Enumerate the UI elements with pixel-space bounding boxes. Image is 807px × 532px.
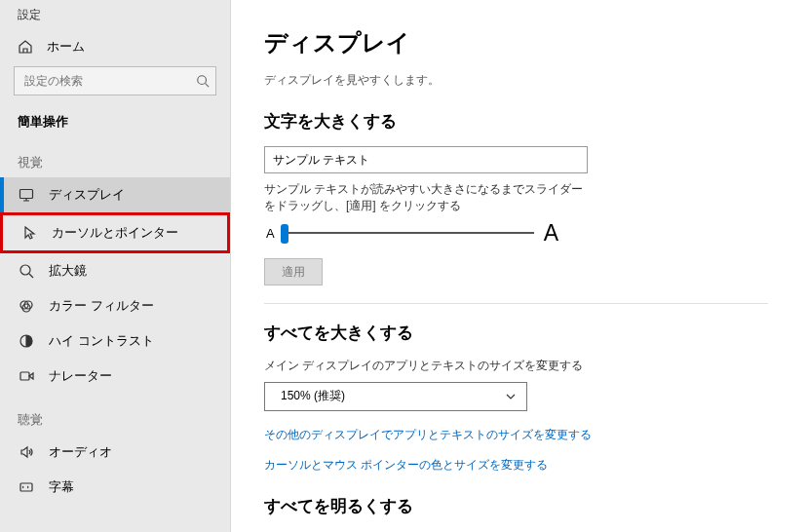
scale-heading: すべてを大きくする	[264, 322, 768, 344]
cursor-size-link[interactable]: カーソルとマウス ポインターの色とサイズを変更する	[264, 457, 768, 474]
brightness-heading: すべてを明るくする	[264, 495, 768, 517]
text-size-slider[interactable]: A A	[266, 220, 558, 247]
group-label-visual: 視覚	[0, 136, 230, 177]
sidebar-item-audio[interactable]: オーディオ	[0, 435, 230, 470]
sample-text-input[interactable]	[264, 146, 588, 173]
caption-icon	[18, 478, 35, 496]
apply-button[interactable]: 適用	[264, 258, 323, 285]
page-desc: ディスプレイを見やすくします。	[264, 72, 768, 89]
text-size-heading: 文字を大きくする	[264, 110, 768, 133]
slider-help-text: サンプル テキストが読みやすい大きさになるまでスライダーをドラッグし、[適用] …	[264, 181, 586, 214]
narrator-icon	[18, 367, 35, 385]
sidebar: 設定 ホーム 簡単操作 視覚	[0, 0, 231, 532]
sidebar-item-label: オーディオ	[49, 443, 112, 461]
svg-point-0	[198, 76, 207, 85]
main-content: ディスプレイ ディスプレイを見やすくします。 文字を大きくする サンプル テキス…	[231, 0, 807, 532]
search-box[interactable]	[14, 66, 216, 95]
sidebar-item-label: ハイ コントラスト	[49, 332, 154, 350]
svg-point-2	[20, 265, 30, 275]
sidebar-item-label: ディスプレイ	[49, 186, 125, 204]
svg-rect-1	[20, 190, 33, 199]
magnifier-icon	[18, 262, 35, 280]
highlight-box: カーソルとポインター	[0, 212, 230, 253]
page-title: ディスプレイ	[264, 27, 768, 58]
section-header: 簡単操作	[0, 103, 230, 136]
home-icon	[18, 39, 33, 55]
sidebar-item-label: ナレーター	[49, 367, 112, 385]
svg-rect-8	[20, 483, 32, 491]
slider-thumb[interactable]	[281, 224, 288, 244]
cursor-icon	[20, 224, 38, 242]
chevron-down-icon	[505, 391, 517, 402]
divider	[264, 303, 768, 304]
window-title: 設定	[0, 0, 230, 29]
sidebar-item-color-filter[interactable]: カラー フィルター	[0, 288, 230, 323]
sidebar-item-label: 字幕	[49, 478, 74, 496]
scale-label: メイン ディスプレイのアプリとテキストのサイズを変更する	[264, 358, 768, 374]
sidebar-item-label: カラー フィルター	[49, 297, 154, 315]
big-a-label: A	[544, 220, 558, 247]
small-a-label: A	[266, 226, 275, 241]
sidebar-item-label: 拡大鏡	[49, 262, 87, 280]
home-label: ホーム	[47, 38, 85, 56]
color-filter-icon	[18, 297, 35, 315]
contrast-icon	[18, 332, 35, 350]
slider-track[interactable]	[281, 232, 534, 234]
svg-rect-7	[20, 372, 29, 380]
search-icon	[196, 74, 210, 88]
scale-dropdown-value: 150% (推奨)	[281, 388, 345, 404]
sidebar-item-magnifier[interactable]: 拡大鏡	[0, 253, 230, 288]
sidebar-item-label: カーソルとポインター	[52, 224, 178, 242]
sidebar-item-caption[interactable]: 字幕	[0, 470, 230, 505]
sidebar-item-display[interactable]: ディスプレイ	[0, 177, 230, 212]
sidebar-item-narrator[interactable]: ナレーター	[0, 359, 230, 394]
search-input[interactable]	[22, 73, 196, 89]
sidebar-item-contrast[interactable]: ハイ コントラスト	[0, 323, 230, 359]
audio-icon	[18, 443, 35, 461]
monitor-icon	[18, 186, 35, 204]
group-label-hearing: 聴覚	[0, 394, 230, 435]
scale-dropdown[interactable]: 150% (推奨)	[264, 382, 527, 411]
home-row[interactable]: ホーム	[0, 29, 230, 64]
other-displays-link[interactable]: その他のディスプレイでアプリとテキストのサイズを変更する	[264, 427, 768, 443]
sidebar-item-cursor[interactable]: カーソルとポインター	[3, 215, 227, 250]
